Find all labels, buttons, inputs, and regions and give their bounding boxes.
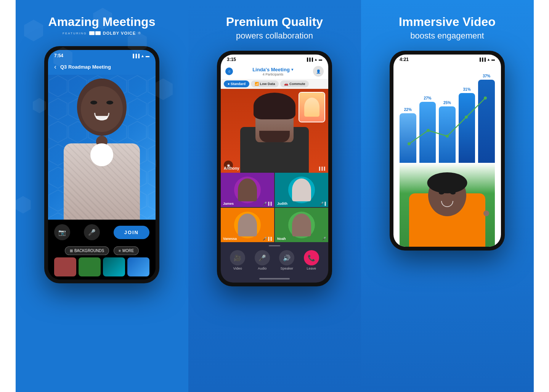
tab-commute-label: 🚗 Commute [284, 82, 305, 86]
judith-label: Judith [277, 202, 287, 206]
video-toolbar-btn[interactable]: 🎥 Video [230, 250, 245, 270]
woman-shirt [90, 143, 113, 166]
tab-low-data[interactable]: 📶 Low Data [251, 80, 279, 87]
chart-container: 22% 27% 25% 31% [393, 64, 501, 247]
audio-label: Audio [258, 267, 266, 270]
bar-3 [439, 106, 456, 163]
expand-handle[interactable] [269, 245, 280, 246]
speaker-toolbar-btn[interactable]: 🔊 Speaker [279, 250, 294, 270]
meeting-name-block: Linda's Meeting ▾ 4 Participants [252, 67, 294, 76]
mode-tabs-bar: ● Standard 📶 Low Data 🚗 Commute [221, 79, 328, 89]
woman-face [81, 86, 123, 132]
panel-immersive-video: Immersive Video boosts engagement 4:21 ▐… [361, 0, 534, 392]
music-icon: ♫ [228, 69, 231, 73]
home-bar-pill [259, 278, 290, 280]
woman-portrait [56, 75, 148, 220]
anthony-hair [254, 93, 295, 119]
time-2: 3:15 [227, 57, 236, 62]
pointing-hand [483, 210, 489, 216]
status-bar-3: 4:21 ▐▐▐ ▲ ▬ [393, 55, 501, 64]
phone-screen-3: 4:21 ▐▐▐ ▲ ▬ [393, 55, 501, 247]
audio-icon: 🎤 [255, 250, 270, 265]
audio-icon-circle: ♫ [225, 67, 233, 75]
james-avatar [234, 177, 261, 203]
audio-toolbar-btn[interactable]: 🎤 Audio [255, 250, 270, 270]
leave-toolbar-btn[interactable]: 📞 Leave [304, 250, 319, 270]
grid-cell-james: James 🎤▐▐ [221, 173, 274, 207]
orange-person-figure [401, 170, 493, 247]
bar-group-5: 37% [478, 74, 495, 163]
judith-face [292, 178, 311, 201]
status-icons-3: ▐▐▐ ▲ ▬ [478, 58, 495, 61]
panel2-subtitle: powers collaboration [236, 31, 313, 41]
bottom-person-area [400, 163, 495, 247]
phone-mockup-3: 4:21 ▐▐▐ ▲ ▬ [390, 51, 505, 251]
grid-cell-vanessa: Vanessa 🎤▐▐ [221, 208, 274, 242]
phone-mockup-2: 3:15 ▐▐▐ ▲ ▬ ♫ Linda's Meeting ▾ [217, 51, 332, 286]
participants-grid: James 🎤▐▐ Judith 🎤▐ Vanessa [221, 173, 328, 242]
vanessa-avatar [234, 212, 261, 238]
battery-icon-3: ▬ [491, 58, 495, 61]
bar-pct-2: 27% [424, 96, 431, 100]
grid-cell-noah: Noah 🎤 [275, 208, 328, 242]
avatar-circle: 👤 [313, 66, 324, 77]
vanessa-mic-icon: 🎤▐▐ [263, 237, 272, 241]
status-icons-2: ▐▐▐ ▲ ▬ [306, 58, 322, 61]
tab-commute[interactable]: 🚗 Commute [280, 80, 309, 87]
bar-pct-3: 25% [443, 101, 451, 105]
wifi-icon-2: ▲ [314, 58, 318, 61]
phone1-video-area [48, 75, 156, 220]
james-label: James [223, 202, 234, 206]
phone2-main-video: ◉ Anthony ▐▐▐ [221, 89, 328, 173]
woman-figure [48, 75, 156, 220]
audio-indicator: ♫ [225, 67, 233, 75]
james-face [238, 178, 257, 201]
speaker-icon: 🔊 [279, 250, 294, 265]
bar-group-3: 25% [439, 101, 456, 163]
bar-1 [400, 113, 416, 163]
james-mic-icon: 🎤▐▐ [263, 202, 272, 206]
panel2-title: Premium Quality [226, 15, 323, 29]
panel-amazing-meetings: Amazing Meetings FEATURING DOLBY VOICE ®… [16, 0, 188, 392]
meeting-name-text: Linda's Meeting [252, 67, 290, 72]
status-bar-2: 3:15 ▐▐▐ ▲ ▬ [221, 55, 328, 64]
signal-icon-3: ▐▐▐ [478, 58, 486, 61]
judith-avatar [288, 177, 315, 203]
pip-person [299, 93, 324, 122]
panel3-title: Immersive Video [399, 15, 496, 29]
signal-bar-icon: ▐▐▐ [318, 167, 325, 170]
grid-cell-judith: Judith 🎤▐ [275, 173, 328, 207]
tab-standard-label: ● Standard [228, 82, 246, 86]
tab-low-data-label: 📶 Low Data [255, 82, 275, 86]
dropdown-arrow: ▾ [291, 67, 294, 72]
person-icon: 👤 [316, 69, 321, 74]
phone2-toolbar: 🎥 Video 🎤 Audio 🔊 Speaker 📞 Leave [221, 242, 328, 275]
pip-face [304, 98, 319, 117]
video-label: Video [233, 267, 242, 270]
participants-label: 4 Participants [252, 72, 294, 76]
signal-bars: ▐▐▐ [318, 167, 325, 170]
tab-standard[interactable]: ● Standard [224, 80, 249, 87]
bar-group-2: 27% [419, 96, 436, 163]
bar-4 [459, 93, 475, 163]
panel-premium-quality: Premium Quality powers collaboration 3:1… [188, 0, 361, 392]
anthony-name-label: Anthony [224, 166, 239, 170]
signal-icon-2: ▐▐▐ [306, 58, 313, 61]
woman-teeth [96, 116, 108, 120]
anthony-beard [259, 131, 290, 142]
bar-5 [478, 80, 495, 163]
noah-mic-icon: 🎤 [322, 237, 326, 241]
noah-label: Noah [277, 237, 286, 241]
bar-2 [419, 102, 436, 163]
bar-pct-5: 37% [483, 74, 490, 78]
bar-pct-1: 22% [404, 108, 412, 112]
bar-group-4: 31% [459, 87, 475, 163]
bar-pct-4: 31% [463, 87, 471, 92]
vanessa-face [238, 214, 257, 236]
vanessa-label: Vanessa [223, 237, 237, 241]
noah-avatar [288, 212, 315, 238]
leave-icon: 📞 [304, 250, 319, 265]
pip-video [299, 92, 325, 122]
panel3-subtitle: boosts engagement [410, 31, 484, 41]
toolbar-buttons: 🎥 Video 🎤 Audio 🔊 Speaker 📞 Leave [225, 250, 324, 270]
